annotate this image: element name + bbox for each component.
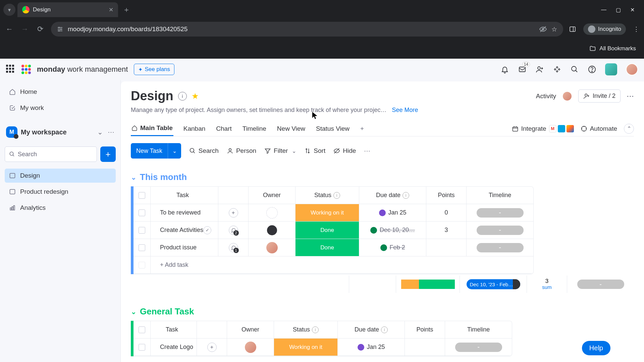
forward-button[interactable]: →	[20, 25, 30, 34]
help-icon[interactable]	[588, 65, 596, 74]
activity-link[interactable]: Activity	[536, 93, 556, 100]
tab-new-view[interactable]: New View	[276, 122, 306, 136]
column-updates[interactable]	[218, 187, 248, 204]
add-item-button[interactable]: +	[100, 146, 116, 162]
updates-bubble-icon[interactable]: 2	[229, 226, 238, 235]
sort-button[interactable]: Sort	[304, 147, 325, 155]
bookmark-star-icon[interactable]: ☆	[551, 25, 557, 33]
sidebar-item-mywork[interactable]: My work	[5, 101, 116, 115]
due-date-cell[interactable]: Jan 25	[359, 204, 426, 221]
updates-cell[interactable]: +	[197, 339, 227, 356]
due-date-cell[interactable]: Jan 25	[337, 339, 405, 356]
workspace-menu-button[interactable]: ⋯	[108, 128, 114, 136]
column-task[interactable]: Task	[150, 187, 218, 204]
integrate-button[interactable]: Integrate	[512, 125, 574, 132]
row-checkbox[interactable]	[139, 262, 145, 268]
sidebar-item-analytics[interactable]: Analytics	[5, 201, 116, 215]
collapse-header-button[interactable]: ⌃	[624, 124, 634, 134]
table-row[interactable]: Product issue 1 Done Feb 2 -	[133, 239, 533, 256]
add-task-row[interactable]: + Add task	[133, 256, 533, 274]
owner-avatar[interactable]	[266, 242, 278, 253]
status-cell[interactable]: Done	[295, 239, 359, 256]
column-status[interactable]: Statusi	[295, 187, 359, 204]
user-avatar[interactable]	[626, 63, 638, 75]
new-task-dropdown[interactable]: ⌄	[168, 143, 181, 159]
info-icon[interactable]: i	[312, 326, 319, 333]
products-switcher-icon[interactable]	[6, 65, 15, 74]
row-checkbox[interactable]	[139, 227, 145, 234]
group-name[interactable]: General Task	[140, 306, 194, 317]
new-task-button[interactable]: New Task ⌄	[131, 143, 181, 159]
activity-avatar[interactable]	[562, 91, 572, 101]
team-avatar[interactable]	[605, 63, 617, 75]
row-checkbox[interactable]	[139, 244, 145, 251]
apps-icon[interactable]	[553, 65, 561, 74]
points-cell[interactable]: 3	[426, 222, 466, 239]
points-cell[interactable]: 0	[426, 204, 466, 221]
column-timeline[interactable]: Timeline	[466, 187, 533, 204]
privacy-eye-icon[interactable]	[539, 25, 547, 33]
window-maximize-button[interactable]: ▢	[616, 7, 621, 13]
board-options-button[interactable]: ⋯	[627, 92, 634, 101]
updates-bubble-icon[interactable]: 1	[229, 243, 238, 252]
timeline-cell[interactable]: -	[445, 339, 512, 356]
column-owner[interactable]: Owner	[248, 187, 295, 204]
task-name-cell[interactable]: Create Logo	[150, 339, 197, 356]
all-bookmarks-link[interactable]: All Bookmarks	[599, 45, 636, 52]
invite-button[interactable]: Invite / 2	[578, 89, 621, 103]
see-more-link[interactable]: See More	[392, 107, 418, 114]
window-close-button[interactable]: ✕	[630, 7, 635, 13]
column-points[interactable]: Points	[426, 187, 466, 204]
column-task[interactable]: Task	[150, 321, 197, 338]
table-row[interactable]: To be reviewed + Working on it Jan 25 0 …	[133, 204, 533, 222]
owner-cell[interactable]	[248, 222, 295, 239]
sidebar-search-input[interactable]: Search	[5, 146, 97, 162]
updates-cell[interactable]: +	[218, 204, 248, 221]
side-panel-icon[interactable]	[569, 26, 576, 33]
owner-cell[interactable]	[248, 239, 295, 256]
sidebar-item-home[interactable]: Home	[5, 85, 116, 99]
status-cell[interactable]: Done	[295, 222, 359, 239]
help-button[interactable]: Help	[582, 341, 610, 355]
sidebar-item-product-redesign[interactable]: Product redesign	[5, 185, 116, 199]
inbox-icon[interactable]: 14	[518, 65, 527, 74]
points-cell[interactable]	[405, 339, 445, 356]
column-due[interactable]: Due datei	[359, 187, 426, 204]
status-cell[interactable]: Working on it	[274, 339, 337, 356]
status-cell[interactable]: Working on it	[295, 204, 359, 221]
column-points[interactable]: Points	[405, 321, 445, 338]
task-name-cell[interactable]: Product issue	[150, 239, 218, 256]
task-name-cell[interactable]: Create Activities✓	[150, 222, 218, 239]
automate-button[interactable]: Automate	[581, 125, 617, 132]
timeline-cell[interactable]: -	[466, 222, 533, 239]
table-row[interactable]: Create Logo + Working on it Jan 25 -	[133, 339, 512, 356]
search-button[interactable]: Search	[189, 147, 219, 155]
column-owner[interactable]: Owner	[227, 321, 274, 338]
info-icon[interactable]: i	[381, 326, 388, 333]
task-name-cell[interactable]: To be reviewed	[150, 204, 218, 221]
column-due[interactable]: Due datei	[337, 321, 405, 338]
updates-cell[interactable]: 2	[218, 222, 248, 239]
tab-kanban[interactable]: Kanban	[183, 122, 206, 136]
search-everything-icon[interactable]	[570, 65, 579, 74]
updates-cell[interactable]: 1	[218, 239, 248, 256]
column-timeline[interactable]: Timeline	[445, 321, 512, 338]
row-checkbox[interactable]	[139, 344, 145, 351]
favorite-star-icon[interactable]: ★	[192, 92, 199, 101]
group-name[interactable]: This month	[140, 172, 187, 182]
timeline-cell[interactable]: -	[466, 204, 533, 221]
back-button[interactable]: ←	[5, 25, 14, 34]
hide-button[interactable]: Hide	[333, 147, 356, 155]
add-update-icon[interactable]: +	[207, 343, 217, 352]
select-all-checkbox[interactable]	[139, 326, 145, 333]
add-update-icon[interactable]: +	[229, 208, 238, 218]
owner-avatar[interactable]	[245, 342, 256, 353]
timeline-cell[interactable]: -	[466, 239, 533, 256]
group-header[interactable]: ⌄This month	[131, 172, 634, 182]
select-all-checkbox[interactable]	[139, 192, 145, 199]
add-view-button[interactable]: +	[360, 122, 365, 136]
table-row[interactable]: Create Activities✓ 2 Done Dec 10, 20… 3 …	[133, 222, 533, 239]
group-header[interactable]: ⌄General Task	[131, 306, 634, 317]
incognito-chip[interactable]: Incognito	[583, 23, 626, 35]
see-plans-button[interactable]: ✦See plans	[134, 64, 174, 75]
